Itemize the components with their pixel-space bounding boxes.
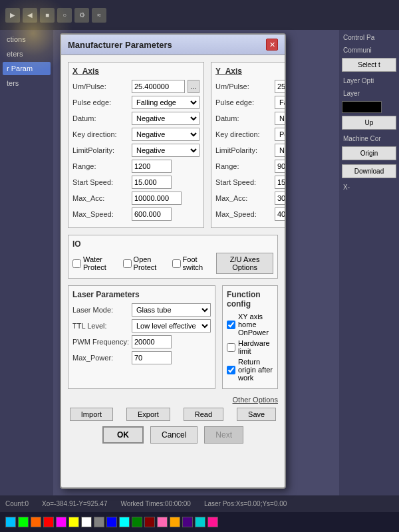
next-button[interactable]: Next — [204, 426, 243, 444]
color-swatch-16[interactable] — [207, 517, 218, 527]
y-pulse-edge-label: Pulse edge: — [215, 98, 272, 106]
color-swatch-11[interactable] — [144, 517, 155, 527]
origin-button[interactable]: Origin — [342, 146, 396, 160]
y-max-speed-input[interactable] — [275, 207, 285, 221]
x-max-speed-input[interactable] — [132, 207, 172, 221]
ok-button[interactable]: OK — [102, 426, 144, 444]
color-swatch-10[interactable] — [132, 517, 142, 527]
open-protect-input[interactable] — [123, 259, 132, 268]
read-button[interactable]: Read — [184, 408, 223, 421]
x-limit-polarity-select[interactable]: Negative Positive — [132, 144, 200, 157]
y-max-acc-input[interactable] — [275, 192, 285, 205]
y-pulse-edge-select[interactable]: Falling edge Rising edge — [275, 96, 285, 109]
taskbar-icon-2[interactable]: ◀ — [23, 8, 37, 23]
x-pulse-edge-row: Pulse edge: Falling edge Rising edge — [72, 96, 200, 109]
color-swatch-0[interactable] — [5, 517, 16, 527]
x-datum-label: Datum: — [72, 114, 129, 122]
laser-pos-label: Laser Pos:Xs=0.00;Ys=0.00 — [204, 500, 287, 507]
water-protect-input[interactable] — [72, 259, 81, 268]
cancel-button[interactable]: Cancel — [150, 426, 198, 444]
sidebar-item-ters[interactable]: ters — [3, 76, 51, 90]
taskbar: ▶ ◀ ■ ○ ⚙ ≈ — [0, 0, 399, 30]
taskbar-icon-6[interactable]: ≈ — [92, 8, 106, 23]
color-swatch-5[interactable] — [68, 517, 79, 527]
y-limit-polarity-select[interactable]: Negative Positive — [275, 144, 285, 157]
max-power-input[interactable] — [132, 351, 172, 364]
hardware-limit-checkbox[interactable]: Hardware limit — [227, 339, 273, 355]
close-button[interactable]: ✕ — [266, 39, 278, 51]
y-limit-polarity-row: LimitPolarity: Negative Positive — [215, 144, 285, 157]
y-key-direction-select[interactable]: Negative Positive — [275, 128, 285, 141]
x-um-pulse-input[interactable] — [132, 80, 185, 93]
dialog-body: X_Axis Um/Pulse: ... Pulse edge: Falling… — [61, 55, 285, 487]
color-swatch-9[interactable] — [119, 517, 130, 527]
dialog-titlebar: Manufacturer Parameters ✕ — [61, 35, 285, 55]
y-start-speed-label: Start Speed: — [215, 178, 272, 186]
import-button[interactable]: Import — [70, 408, 113, 421]
zu-axes-button[interactable]: Z/U Axes Options — [216, 253, 273, 274]
x-limit-polarity-row: LimitPolarity: Negative Positive — [72, 144, 200, 157]
sidebar-item-eters[interactable]: eters — [3, 47, 51, 61]
x-datum-row: Datum: Negative Positive — [72, 112, 200, 125]
color-swatch-8[interactable] — [106, 517, 117, 527]
y-datum-row: Datum: Negative Positive — [215, 112, 285, 125]
open-protect-checkbox[interactable]: Open Protect — [123, 255, 166, 271]
x-max-acc-input[interactable] — [132, 192, 182, 205]
x-um-pulse-row: Um/Pulse: ... — [72, 80, 200, 93]
save-button[interactable]: Save — [237, 408, 276, 421]
y-start-speed-input[interactable] — [275, 176, 285, 189]
machine-cor-label: Machine Cor — [342, 134, 396, 144]
x-start-speed-input[interactable] — [132, 176, 172, 189]
x-range-input[interactable] — [132, 160, 172, 173]
color-swatch-12[interactable] — [157, 517, 168, 527]
taskbar-icon-1[interactable]: ▶ — [5, 8, 20, 23]
y-range-label: Range: — [215, 162, 272, 170]
taskbar-icon-4[interactable]: ○ — [57, 8, 72, 23]
pwm-freq-input[interactable] — [132, 335, 172, 348]
other-options-row: Other Options — [68, 396, 278, 404]
x-max-acc-label: Max_Acc: — [72, 194, 129, 202]
x-um-pulse-dots-button[interactable]: ... — [188, 80, 200, 93]
color-swatch-7[interactable] — [94, 517, 104, 527]
y-max-acc-label: Max_Acc: — [215, 194, 272, 202]
x-start-speed-label: Start Speed: — [72, 178, 129, 186]
xy-home-input[interactable] — [227, 321, 235, 329]
color-swatch-3[interactable] — [43, 517, 54, 527]
x-datum-select[interactable]: Negative Positive — [132, 112, 200, 125]
up-button[interactable]: Up — [342, 116, 396, 130]
ttl-level-select[interactable]: Low level effective High level effective — [132, 319, 211, 332]
other-options-link[interactable]: Other Options — [233, 396, 278, 404]
color-swatch-13[interactable] — [170, 517, 180, 527]
color-swatch-2[interactable] — [31, 517, 41, 527]
y-range-input[interactable] — [275, 160, 285, 173]
export-button[interactable]: Export — [126, 408, 170, 421]
laser-section-title: Laser Parameters — [72, 290, 211, 299]
xy-home-checkbox[interactable]: XY axis home OnPower — [227, 313, 273, 336]
foot-switch-checkbox[interactable]: Foot switch — [172, 255, 210, 271]
taskbar-icon-3[interactable]: ■ — [40, 8, 55, 23]
sidebar-item-params[interactable]: r Param — [3, 62, 51, 75]
water-protect-checkbox[interactable]: Water Protect — [72, 255, 116, 271]
return-origin-checkbox[interactable]: Return origin after work — [227, 358, 273, 382]
y-max-speed-label: Max_Speed: — [215, 210, 272, 218]
y-um-pulse-input[interactable] — [275, 80, 285, 93]
select-button[interactable]: Select t — [342, 58, 396, 72]
return-origin-input[interactable] — [227, 366, 235, 374]
open-protect-label: Open Protect — [134, 255, 166, 271]
color-swatch-1[interactable] — [18, 517, 29, 527]
x-key-direction-select[interactable]: Negative Positive — [132, 128, 200, 141]
color-swatch-15[interactable] — [195, 517, 205, 527]
foot-switch-input[interactable] — [172, 259, 181, 268]
function-section: Function config XY axis home OnPower Har… — [222, 285, 278, 389]
hardware-limit-input[interactable] — [227, 343, 235, 352]
color-swatch-14[interactable] — [182, 517, 193, 527]
sidebar-item-actions[interactable]: ctions — [3, 33, 51, 46]
x-pulse-edge-select[interactable]: Falling edge Rising edge — [132, 96, 200, 109]
y-limit-polarity-label: LimitPolarity: — [215, 146, 272, 154]
color-swatch-4[interactable] — [56, 517, 66, 527]
taskbar-icon-5[interactable]: ⚙ — [74, 8, 89, 23]
y-datum-select[interactable]: Negative Positive — [275, 112, 285, 125]
color-swatch-6[interactable] — [81, 517, 92, 527]
download-button[interactable]: Download — [342, 164, 396, 178]
laser-mode-select[interactable]: Glass tube RF tube — [132, 303, 211, 317]
